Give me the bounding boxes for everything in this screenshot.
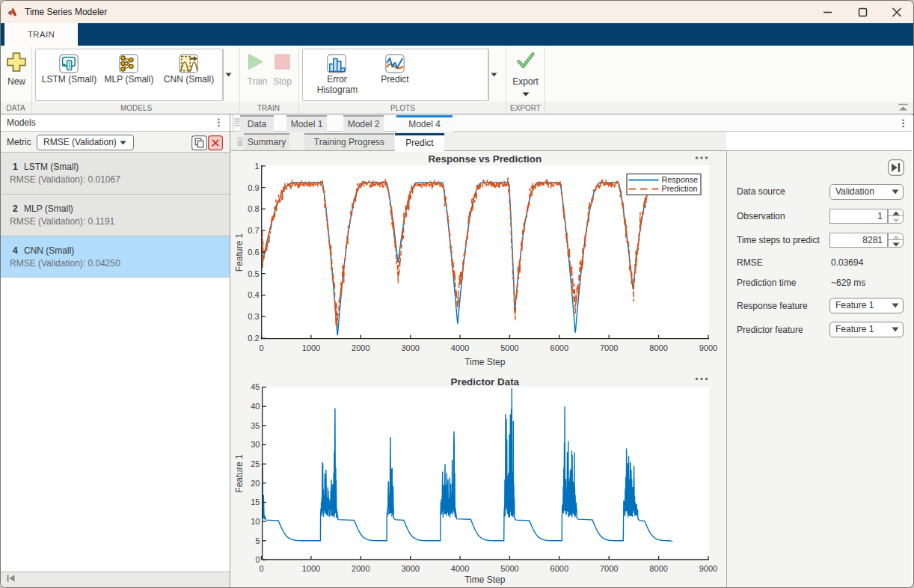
svg-text:1000: 1000 [302,343,320,352]
svg-text:3000: 3000 [401,564,419,573]
svg-text:Response vs Prediction: Response vs Prediction [428,153,542,165]
svg-text:1: 1 [254,162,259,171]
svg-text:10: 10 [251,517,260,526]
svg-text:0: 0 [259,343,263,352]
svg-text:20: 20 [251,479,260,488]
svg-text:Time Step: Time Step [464,575,506,585]
svg-text:5000: 5000 [500,343,518,352]
svg-text:6000: 6000 [550,564,568,573]
svg-text:Predictor Data: Predictor Data [451,376,520,388]
svg-text:0: 0 [259,564,263,573]
svg-text:Feature 1: Feature 1 [234,454,245,493]
svg-text:35: 35 [251,421,260,430]
svg-text:30: 30 [251,440,260,449]
svg-text:6000: 6000 [550,343,568,352]
svg-text:0.2: 0.2 [248,334,259,343]
svg-text:9000: 9000 [699,564,717,573]
svg-text:7000: 7000 [600,343,618,352]
svg-text:0.5: 0.5 [248,269,259,278]
svg-text:0.8: 0.8 [248,204,259,213]
svg-text:1000: 1000 [302,564,320,573]
svg-text:5: 5 [255,536,260,545]
svg-text:8000: 8000 [649,343,667,352]
svg-text:4000: 4000 [451,343,469,352]
svg-text:0.9: 0.9 [248,183,259,192]
svg-text:2000: 2000 [352,343,369,352]
svg-text:0.4: 0.4 [248,290,259,299]
svg-text:4000: 4000 [451,564,469,573]
svg-text:5000: 5000 [500,564,518,573]
svg-text:15: 15 [251,497,260,506]
svg-text:Time Step: Time Step [464,357,506,367]
svg-text:Prediction: Prediction [662,184,698,193]
svg-text:7000: 7000 [600,564,618,573]
svg-text:25: 25 [251,459,260,468]
svg-text:0.6: 0.6 [248,248,259,257]
svg-text:9000: 9000 [699,343,717,352]
svg-text:Feature 1: Feature 1 [234,233,245,272]
svg-text:45: 45 [251,382,260,391]
svg-text:0.3: 0.3 [248,312,259,321]
svg-text:Response: Response [662,175,699,184]
svg-text:0.7: 0.7 [248,226,259,235]
svg-text:2000: 2000 [352,564,369,573]
svg-text:8000: 8000 [649,564,667,573]
svg-text:0: 0 [255,555,260,564]
svg-text:3000: 3000 [401,343,419,352]
svg-text:40: 40 [251,402,260,411]
